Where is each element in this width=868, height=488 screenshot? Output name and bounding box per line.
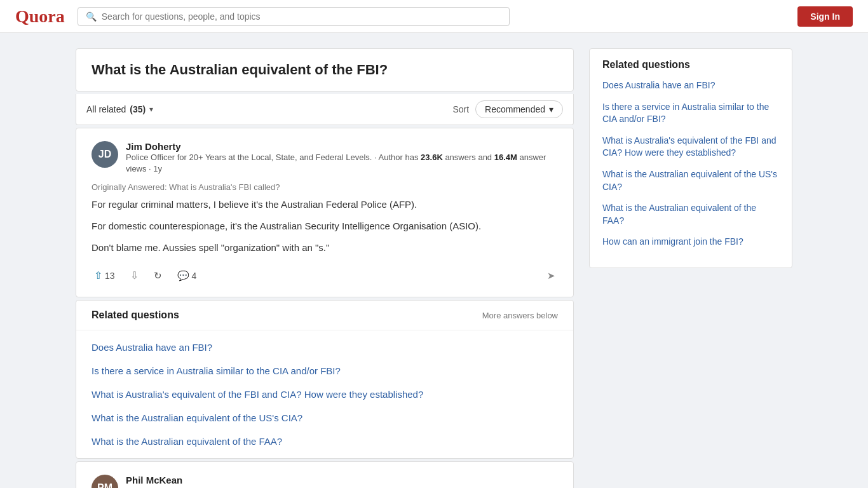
author-row-phil: PM Phil McKean Lives in Australia (1960–…	[92, 475, 558, 488]
sidebar-links: Does Australia have an FBI? Is there a s…	[602, 79, 779, 248]
upvote-count: 13	[105, 271, 115, 281]
author-info-phil: Phil McKean Lives in Australia (1960–pre…	[126, 475, 558, 488]
answer-para-3: Don't blame me. Aussies spell "organizat…	[92, 240, 558, 255]
list-item: What is the Australian equivalent of the…	[76, 406, 573, 430]
all-related-count: (35)	[130, 104, 146, 114]
sign-in-button[interactable]: Sign In	[797, 6, 853, 27]
sidebar-card: Related questions Does Australia have an…	[589, 48, 792, 268]
avatar-phil: PM	[92, 475, 118, 488]
author-info-jim: Jim Doherty Police Officer for 20+ Years…	[126, 141, 558, 175]
question-card: What is the Australian equivalent of the…	[76, 48, 574, 92]
sidebar-link-2[interactable]: Is there a service in Australia similar …	[602, 102, 769, 125]
comment-count: 4	[192, 271, 197, 281]
search-icon: 🔍	[86, 11, 97, 22]
sort-label: Sort	[452, 104, 469, 114]
share-reshare-button[interactable]: ↻	[151, 268, 165, 284]
related-inline-header: Related questions More answers below	[76, 301, 573, 330]
avatar-jim: JD	[92, 141, 118, 168]
all-related-filter[interactable]: All related (35) ▾	[86, 104, 153, 114]
question-title: What is the Australian equivalent of the…	[92, 62, 558, 78]
related-link-1[interactable]: Does Australia have an FBI?	[92, 342, 212, 353]
share-button[interactable]: ➤	[545, 268, 558, 284]
sidebar-link-3[interactable]: What is Australia's equivalent of the FB…	[602, 135, 776, 158]
sort-bar: All related (35) ▾ Sort Recommended ▾	[76, 94, 574, 125]
related-link-2[interactable]: Is there a service in Australia similar …	[92, 365, 341, 376]
sort-value: Recommended	[485, 104, 545, 114]
downvote-icon: ⇩	[130, 269, 139, 281]
list-item: What is Australia's equivalent of the FB…	[602, 135, 779, 159]
sidebar: Related questions Does Australia have an…	[589, 48, 792, 488]
list-item: How can an immigrant join the FBI?	[602, 236, 779, 248]
author-name-jim[interactable]: Jim Doherty	[126, 141, 558, 152]
list-item: What is the Australian equivalent of the…	[602, 168, 779, 193]
chevron-down-sort-icon: ▾	[549, 104, 553, 114]
more-answers-below: More answers below	[482, 311, 558, 320]
related-link-5[interactable]: What is the Australian equivalent of the…	[92, 436, 282, 447]
related-link-4[interactable]: What is the Australian equivalent of the…	[92, 412, 302, 423]
author-row: JD Jim Doherty Police Officer for 20+ Ye…	[92, 141, 558, 175]
related-link-3[interactable]: What is Australia's equivalent of the FB…	[92, 389, 423, 400]
downvote-button[interactable]: ⇩	[128, 267, 141, 284]
comment-icon: 💬	[177, 270, 189, 281]
upvote-button[interactable]: ⇧ 13	[92, 267, 118, 284]
sidebar-link-5[interactable]: What is the Australian equivalent of the…	[602, 203, 756, 226]
list-item: Does Australia have an FBI?	[602, 79, 779, 92]
chevron-down-icon: ▾	[149, 105, 153, 114]
page-content: What is the Australian equivalent of the…	[65, 48, 803, 488]
sidebar-link-1[interactable]: Does Australia have an FBI?	[602, 80, 715, 90]
comment-button[interactable]: 💬 4	[175, 268, 200, 284]
list-item: Is there a service in Australia similar …	[602, 101, 779, 126]
answer-para-2: For domestic counterespionage, it's the …	[92, 219, 558, 234]
upvote-icon: ⇧	[94, 269, 102, 281]
search-input[interactable]	[102, 11, 501, 22]
related-inline-card: Related questions More answers below Doe…	[76, 300, 574, 459]
share-arrow-icon: ➤	[547, 270, 555, 281]
main-column: What is the Australian equivalent of the…	[76, 48, 574, 488]
orig-answered-jim: Originally Answered: What is Australia's…	[92, 182, 558, 192]
answer-para-1: For regular criminal matters, I believe …	[92, 197, 558, 212]
sort-dropdown[interactable]: Recommended ▾	[475, 100, 563, 118]
list-item: Does Australia have an FBI?	[76, 336, 573, 359]
author-bio-jim: Police Officer for 20+ Years at the Loca…	[126, 152, 558, 175]
related-inline-list: Does Australia have an FBI? Is there a s…	[76, 330, 573, 458]
list-item: What is the Australian equivalent of the…	[602, 202, 779, 227]
list-item: Is there a service in Australia similar …	[76, 359, 573, 383]
header: Quora 🔍 Sign In	[0, 0, 868, 33]
all-related-label: All related	[86, 104, 126, 114]
answer-text-jim: For regular criminal matters, I believe …	[92, 197, 558, 255]
quora-logo[interactable]: Quora	[15, 6, 65, 27]
action-bar-jim: ⇧ 13 ⇩ ↻ 💬 4 ➤	[92, 262, 558, 284]
sidebar-link-6[interactable]: How can an immigrant join the FBI?	[602, 236, 743, 247]
list-item: What is the Australian equivalent of the…	[76, 430, 573, 453]
author-name-phil[interactable]: Phil McKean	[126, 475, 558, 485]
related-inline-title: Related questions	[92, 309, 179, 321]
search-bar[interactable]: 🔍	[78, 7, 510, 26]
answer-card-phil: PM Phil McKean Lives in Australia (1960–…	[76, 461, 574, 488]
list-item: What is Australia's equivalent of the FB…	[76, 383, 573, 406]
author-bio-phil: Lives in Australia (1960–present) · Auth…	[126, 485, 558, 488]
sidebar-title: Related questions	[602, 59, 779, 71]
reshare-icon: ↻	[154, 270, 162, 281]
answer-card-jim: JD Jim Doherty Police Officer for 20+ Ye…	[76, 128, 574, 297]
sidebar-link-4[interactable]: What is the Australian equivalent of the…	[602, 169, 777, 192]
